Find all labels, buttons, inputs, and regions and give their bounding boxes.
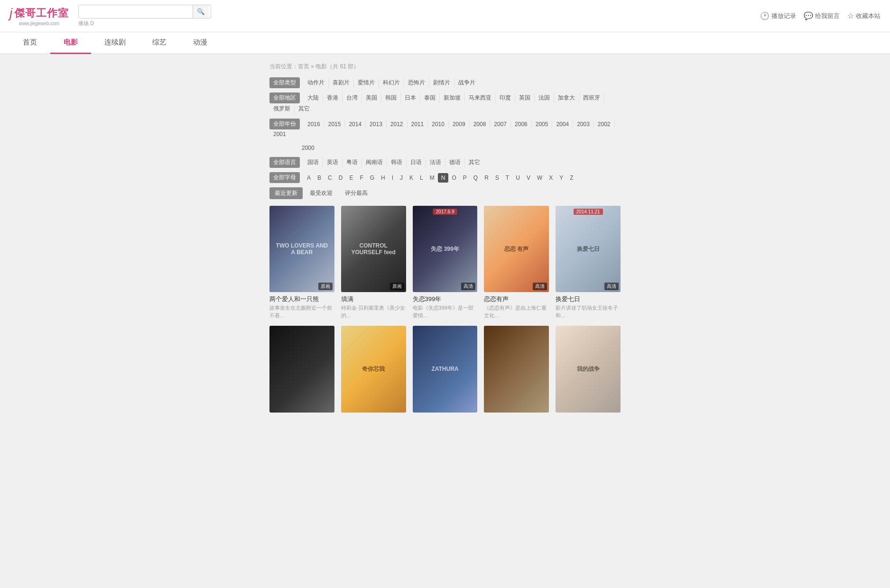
region-ca[interactable]: 加拿大 (554, 92, 579, 103)
region-other[interactable]: 其它 (295, 103, 314, 114)
movie-card-3[interactable]: 恋恋 有声 高清 恋恋有声 《恋恋有声》是由上海仁重文化... (484, 206, 549, 319)
nav-home[interactable]: 首页 (9, 32, 50, 54)
letter-E[interactable]: E (346, 173, 356, 183)
movie-card-2[interactable]: 2017.6.9 失恋 399年 高清 失恋399年 电影《失恋399年》是一部… (413, 206, 478, 319)
play-history-link[interactable]: 🕐 播放记录 (760, 11, 796, 20)
letter-P[interactable]: P (460, 173, 470, 183)
letter-K[interactable]: K (406, 173, 417, 183)
lang-english[interactable]: 英语 (323, 157, 343, 168)
letter-B[interactable]: B (314, 173, 324, 183)
letter-Q[interactable]: Q (470, 173, 481, 183)
message-link[interactable]: 💬 给我留言 (804, 11, 840, 20)
year-2000[interactable]: 2000 (298, 143, 318, 153)
movie-card-0[interactable]: TWO LOVERS AND A BEAR 原画 两个爱人和一只熊 故事发生在北… (269, 206, 334, 319)
year-2008[interactable]: 2008 (470, 119, 491, 129)
region-uk[interactable]: 英国 (515, 92, 535, 103)
letter-Z[interactable]: Z (566, 173, 576, 183)
year-2010[interactable]: 2010 (428, 119, 449, 129)
lang-cantonese[interactable]: 粤语 (343, 157, 362, 168)
year-2004[interactable]: 2004 (552, 119, 573, 129)
letter-N[interactable]: N (438, 173, 449, 183)
nav-variety[interactable]: 综艺 (139, 32, 180, 54)
letter-M[interactable]: M (426, 173, 438, 183)
region-sg[interactable]: 新加坡 (440, 92, 465, 103)
nav-movies[interactable]: 电影 (50, 32, 91, 54)
region-fr[interactable]: 法国 (535, 92, 554, 103)
lang-french[interactable]: 法语 (426, 157, 445, 168)
region-jp[interactable]: 日本 (401, 92, 420, 103)
lang-hokkien[interactable]: 闽南语 (362, 157, 387, 168)
movie-card-1[interactable]: CONTROL YOURSELF feed 原画 填满 特莉金·贝利索里奥《美少… (341, 206, 406, 319)
movie-card-8[interactable] (484, 326, 549, 416)
letter-L[interactable]: L (417, 173, 426, 183)
year-2014[interactable]: 2014 (345, 119, 366, 129)
region-th[interactable]: 泰国 (420, 92, 440, 103)
letter-O[interactable]: O (448, 173, 459, 183)
nav-anime[interactable]: 动漫 (180, 32, 221, 54)
genre-horror[interactable]: 恐怖片 (404, 77, 429, 88)
letter-V[interactable]: V (523, 173, 534, 183)
year-2002[interactable]: 2002 (594, 119, 615, 129)
letter-R[interactable]: R (481, 173, 492, 183)
poster-overlay-8 (484, 326, 549, 412)
genre-scifi[interactable]: 科幻片 (379, 77, 404, 88)
movie-card-9[interactable]: 我的战争 (556, 326, 621, 416)
year-2001[interactable]: 2001 (269, 129, 290, 139)
movie-card-7[interactable]: ZATHURA (413, 326, 478, 416)
genre-action[interactable]: 动作片 (304, 77, 329, 88)
letter-G[interactable]: G (367, 173, 378, 183)
genre-comedy[interactable]: 喜剧片 (329, 77, 354, 88)
lang-other[interactable]: 其它 (465, 157, 484, 168)
search-input[interactable] (79, 5, 193, 18)
lang-german[interactable]: 德语 (445, 157, 465, 168)
region-in[interactable]: 印度 (496, 92, 515, 103)
year-2006[interactable]: 2006 (511, 119, 532, 129)
region-tw[interactable]: 台湾 (343, 92, 362, 103)
movie-card-5[interactable] (269, 326, 334, 416)
region-us[interactable]: 美国 (362, 92, 381, 103)
year-2007[interactable]: 2007 (490, 119, 511, 129)
year-2013[interactable]: 2013 (366, 119, 387, 129)
letter-W[interactable]: W (534, 173, 546, 183)
logo[interactable]: j 傑哥工作室 www.jiegeweb.com (9, 6, 69, 26)
year-2011[interactable]: 2011 (408, 119, 428, 129)
letter-D[interactable]: D (335, 173, 346, 183)
year-2015[interactable]: 2015 (324, 119, 345, 129)
sort-rating[interactable]: 评分最高 (340, 187, 373, 199)
lang-mandarin[interactable]: 国语 (304, 157, 323, 168)
nav-series[interactable]: 连续剧 (91, 32, 139, 54)
region-mainland[interactable]: 大陆 (304, 92, 323, 103)
genre-drama[interactable]: 剧情片 (429, 77, 454, 88)
bookmark-link[interactable]: ☆ 收藏本站 (847, 11, 881, 20)
year-2016[interactable]: 2016 (304, 119, 324, 129)
letter-I[interactable]: I (389, 173, 397, 183)
letter-S[interactable]: S (492, 173, 502, 183)
search-button[interactable]: 🔍 (193, 5, 209, 18)
letter-A[interactable]: A (304, 173, 314, 183)
year-2005[interactable]: 2005 (532, 119, 553, 129)
letter-Y[interactable]: Y (556, 173, 566, 183)
year-2009[interactable]: 2009 (449, 119, 470, 129)
genre-romance[interactable]: 爱情片 (354, 77, 379, 88)
movie-card-6[interactable]: 奇你芯我 (341, 326, 406, 416)
region-es[interactable]: 西班牙 (579, 92, 604, 103)
letter-C[interactable]: C (324, 173, 335, 183)
letter-U[interactable]: U (512, 173, 523, 183)
letter-H[interactable]: H (378, 173, 389, 183)
letter-T[interactable]: T (502, 173, 512, 183)
letter-F[interactable]: F (356, 173, 366, 183)
region-my[interactable]: 马来西亚 (465, 92, 496, 103)
sort-recent[interactable]: 最近更新 (269, 187, 303, 199)
letter-J[interactable]: J (397, 173, 406, 183)
movie-card-4[interactable]: 2014 11.21 换爱七日 高清 换爱七日 影片讲述了职场女王徐冬子和... (556, 206, 621, 319)
lang-korean[interactable]: 韩语 (387, 157, 407, 168)
region-hk[interactable]: 香港 (323, 92, 343, 103)
genre-war[interactable]: 战争片 (454, 77, 479, 88)
lang-japanese[interactable]: 日语 (407, 157, 426, 168)
region-kr[interactable]: 韩国 (381, 92, 401, 103)
region-ru[interactable]: 俄罗斯 (269, 103, 295, 114)
letter-X[interactable]: X (546, 173, 556, 183)
year-2003[interactable]: 2003 (573, 119, 594, 129)
year-2012[interactable]: 2012 (387, 119, 408, 129)
sort-popular[interactable]: 最受欢迎 (305, 187, 338, 199)
